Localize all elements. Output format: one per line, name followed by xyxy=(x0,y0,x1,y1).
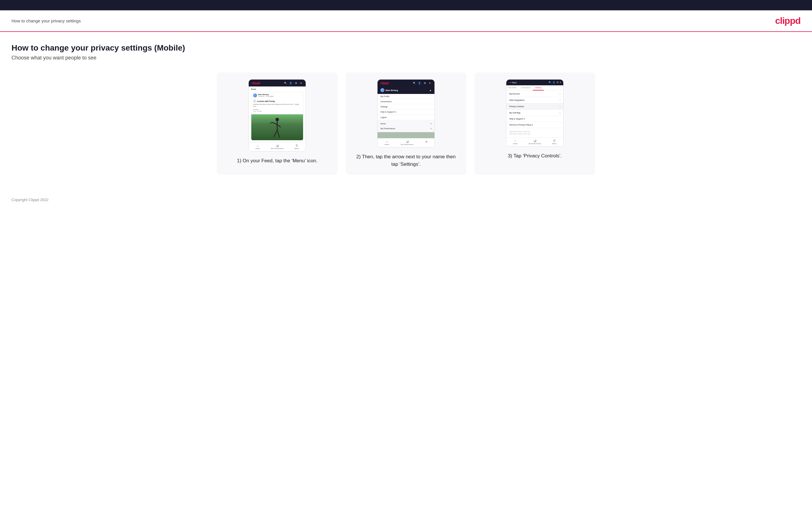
dropdown-my-profile[interactable]: My Profile xyxy=(377,94,435,99)
phone3-bottom-performance: 📊 My Performance xyxy=(528,139,541,145)
page-heading: How to change your privacy settings (Mob… xyxy=(11,43,801,53)
search-icon: 🔍 xyxy=(284,81,287,85)
search-icon-2: 🔍 xyxy=(413,81,416,85)
header: How to change your privacy settings clip… xyxy=(0,10,812,32)
step-1-caption: 1) On your Feed, tap the ‘Menu’ icon. xyxy=(237,157,317,165)
feed-post-icon xyxy=(253,100,256,103)
settings-privacy-controls[interactable]: Privacy Controls › xyxy=(506,103,563,110)
perf-chevron: ▾ xyxy=(430,127,432,130)
feed-post-duration: Duration 01 hr : 30 min xyxy=(253,109,301,112)
phone1-logo: clippd xyxy=(252,81,260,85)
back-button[interactable]: ‹ < Back xyxy=(509,81,517,83)
home-icon-2: ⌂ xyxy=(386,140,388,143)
step-1-card: clippd 🔍 👤 ⚙ ▾ Feed B xyxy=(217,72,338,175)
tab-connections[interactable]: Connections xyxy=(519,85,533,91)
step-2-card: clippd 🔍 👤 ⚙ ▾ xyxy=(346,72,466,175)
menu-icon: ☰ xyxy=(296,144,298,147)
feed-post-header: Blair McHarg Yesterday · Sunningdale xyxy=(251,92,303,99)
version-line1: Clippd Client Version: 2022.8.3-3 xyxy=(509,130,560,133)
settings-chevron-3: ▾ xyxy=(560,81,561,83)
phone1-nav-icons: 🔍 👤 ⚙ ▾ xyxy=(284,81,303,85)
performance-icon-2: 📊 xyxy=(406,140,409,143)
settings-my-golf-bag[interactable]: My Golf Bag › xyxy=(506,110,563,116)
phone2-bottom-nav: ⌂ Home 📊 My Performance ✕ xyxy=(377,138,435,147)
svg-point-0 xyxy=(275,118,279,121)
dropdown-my-performance[interactable]: My Performance ▾ xyxy=(380,126,432,131)
svg-line-6 xyxy=(270,122,272,123)
menu-icon-3: ☰ xyxy=(553,139,556,142)
dropdown-section: Home ▾ My Performance ▾ xyxy=(377,120,435,132)
my-account-chevron: › xyxy=(560,93,560,95)
golf-bag-chevron: › xyxy=(560,111,560,114)
settings-help[interactable]: Help & Support ⊙ xyxy=(506,116,563,122)
screen3-tabs: My Profile Connections Settings xyxy=(506,85,563,91)
home-icon: ⌂ xyxy=(257,144,258,147)
dropdown-home[interactable]: Home ▾ xyxy=(380,121,432,126)
screen3-nav-icons: 🔍 👤 ⚙ ▾ xyxy=(549,81,561,83)
screen1-content: Feed Blair McHarg Yesterday · Sunningdal… xyxy=(249,87,306,142)
user-icon-2: 👤 xyxy=(418,81,421,85)
phone2-bottom-home: ⌂ Home xyxy=(385,140,389,145)
phone-mockup-2: clippd 🔍 👤 ⚙ ▾ xyxy=(377,79,435,147)
feed-post-desc: Looking to feel like my hands are exitin… xyxy=(253,103,301,107)
dropdown-logout[interactable]: Logout xyxy=(377,115,435,120)
chevron-down-icon: ▾ xyxy=(299,81,303,85)
dropdown-help[interactable]: Help & Support ⊙ xyxy=(377,109,435,115)
copyright-text: Copyright Clippd 2022 xyxy=(11,198,49,202)
feed-post-body: Lesson with Fordy Looking to feel like m… xyxy=(251,99,303,114)
dropdown-user-avatar xyxy=(380,88,385,92)
chevron-down-icon-2: ▾ xyxy=(428,81,432,85)
feed-post: Blair McHarg Yesterday · Sunningdale Les… xyxy=(251,92,303,140)
step-3-caption: 3) Tap ‘Privacy Controls’. xyxy=(508,152,562,160)
close-icon: ✕ xyxy=(425,140,427,143)
screen3-list: My Account › Data Integrations › Privacy… xyxy=(506,91,563,128)
performance-icon-3: 📊 xyxy=(534,139,537,142)
svg-line-5 xyxy=(277,130,280,137)
settings-service-privacy[interactable]: Service & Privacy Policy ⊙ xyxy=(506,122,563,128)
phone2-bottom-performance: 📊 My Performance xyxy=(401,140,413,145)
screen2-dropdown: Blair McHarg ▲ My Profile Connections Se… xyxy=(377,87,435,132)
settings-icon: ⚙ xyxy=(294,81,298,85)
settings-data-integrations[interactable]: Data Integrations › xyxy=(506,97,563,103)
phone-mockup-1: clippd 🔍 👤 ⚙ ▾ Feed B xyxy=(248,79,306,151)
dropdown-username: Blair McHarg xyxy=(386,89,398,91)
screen3-nav: ‹ < Back 🔍 👤 ⚙ ▾ xyxy=(506,79,563,85)
phone1-bottom-menu: ☰ Menu xyxy=(295,144,299,149)
phone2-nav: clippd 🔍 👤 ⚙ ▾ xyxy=(377,79,435,87)
settings-icon-2: ⚙ xyxy=(423,81,426,85)
phone1-nav: clippd 🔍 👤 ⚙ ▾ xyxy=(249,79,306,87)
feed-avatar xyxy=(253,93,257,97)
feed-label: Feed xyxy=(251,88,303,90)
phone1-bottom-performance: 📊 My Performance xyxy=(271,144,284,149)
phone1-bottom-nav: ⌂ Home 📊 My Performance ☰ Menu xyxy=(249,142,306,151)
phone2-bottom-close[interactable]: ✕ xyxy=(425,140,427,145)
svg-line-4 xyxy=(274,130,277,137)
dropdown-user: Blair McHarg xyxy=(380,88,398,92)
dropdown-chevron-up: ▲ xyxy=(429,89,432,92)
phone2-logo: clippd xyxy=(380,81,389,85)
phone-mockup-3: ‹ < Back 🔍 👤 ⚙ ▾ My Profile Connections … xyxy=(506,79,564,147)
settings-my-account[interactable]: My Account › xyxy=(506,91,563,97)
dropdown-connections[interactable]: Connections xyxy=(377,99,435,104)
logo: clippd xyxy=(775,15,801,26)
data-int-chevron: › xyxy=(560,99,560,101)
step-3-card: ‹ < Back 🔍 👤 ⚙ ▾ My Profile Connections … xyxy=(474,72,595,175)
version-line2: GQL Server Version: 2022.7.30-1 xyxy=(509,133,560,135)
user-icon-3: 👤 xyxy=(553,81,555,83)
tab-settings[interactable]: Settings xyxy=(533,85,544,91)
tab-my-profile[interactable]: My Profile xyxy=(506,85,519,91)
privacy-chevron: › xyxy=(560,105,560,108)
phone1-bottom-home: ⌂ Home xyxy=(255,144,260,149)
home-chevron: ▾ xyxy=(430,122,432,125)
steps-row: clippd 🔍 👤 ⚙ ▾ Feed B xyxy=(11,72,801,175)
screen2-overlay: Blair McHarg ▲ My Profile Connections Se… xyxy=(377,87,435,138)
svg-line-2 xyxy=(272,122,277,124)
search-icon-3: 🔍 xyxy=(549,81,551,83)
dropdown-settings[interactable]: Settings xyxy=(377,104,435,109)
feed-user-info: Blair McHarg Yesterday · Sunningdale xyxy=(258,94,274,97)
header-title: How to change your privacy settings xyxy=(11,18,81,23)
dropdown-header: Blair McHarg ▲ xyxy=(377,87,435,94)
page-footer: Copyright Clippd 2022 xyxy=(0,192,812,208)
feed-meta: Yesterday · Sunningdale xyxy=(258,95,274,97)
golfer-figure xyxy=(268,117,286,140)
